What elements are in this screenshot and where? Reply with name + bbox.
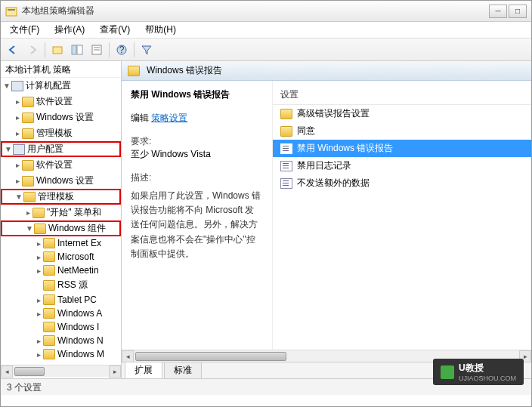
tree-label: 软件设置 <box>36 159 73 171</box>
tree-windows-components[interactable]: ▼ Windows 组件 <box>1 220 121 236</box>
description-section: 描述: 如果启用了此设置，Windows 错误报告功能将不向 Microsoft… <box>131 171 263 261</box>
expand-icon[interactable]: ▸ <box>34 267 43 275</box>
expand-icon[interactable]: ▸ <box>34 253 43 261</box>
folder-icon <box>43 294 55 305</box>
tree-software-settings[interactable]: ▸ 软件设置 <box>1 94 121 109</box>
scroll-left-icon[interactable]: ◂ <box>122 350 134 362</box>
folder-icon <box>22 176 34 187</box>
tab-standard[interactable]: 标准 <box>164 362 202 378</box>
scroll-thumb[interactable] <box>135 352 286 361</box>
edit-policy-link[interactable]: 策略设置 <box>151 113 187 123</box>
expand-icon[interactable]: ▸ <box>34 350 43 359</box>
expand-icon[interactable]: ▼ <box>25 224 34 233</box>
tree-computer-config[interactable]: ▼ 计算机配置 <box>1 78 121 94</box>
list-item[interactable]: 同意 <box>273 122 531 140</box>
separator <box>109 42 110 57</box>
description-pane: 禁用 Windows 错误报告 编辑 策略设置 要求: 至少 Windows V… <box>122 81 273 350</box>
menu-file[interactable]: 文件(F) <box>4 22 45 38</box>
folder-icon <box>22 160 34 171</box>
policy-title: 禁用 Windows 错误报告 <box>131 88 263 101</box>
tree-admin-templates[interactable]: ▸ 管理模板 <box>1 125 121 141</box>
list-item[interactable]: 不发送额外的数据 <box>273 174 531 192</box>
list-item[interactable]: 禁用日志记录 <box>273 157 531 174</box>
expand-icon[interactable]: ▸ <box>34 310 43 318</box>
back-button[interactable] <box>4 41 22 59</box>
minimize-button[interactable]: ─ <box>489 5 507 18</box>
expand-icon[interactable]: ▼ <box>14 193 23 201</box>
tree-header[interactable]: 本地计算机 策略 <box>1 61 121 78</box>
menubar: 文件(F) 操作(A) 查看(V) 帮助(H) <box>1 22 531 39</box>
tree-windows-m[interactable]: ▸ Windows M <box>1 347 121 361</box>
app-icon <box>5 5 17 17</box>
folder-icon <box>34 224 46 234</box>
column-header[interactable]: 设置 <box>273 85 531 105</box>
tab-extended[interactable]: 扩展 <box>125 362 162 378</box>
folder-icon <box>22 113 34 123</box>
main-area: 本地计算机 策略 ▼ 计算机配置 ▸ 软件设置 ▸ Windows 设置 ▸ 管… <box>1 61 531 378</box>
expand-icon[interactable]: ▸ <box>13 177 22 185</box>
tree-netmeeting[interactable]: ▸ NetMeetin <box>1 264 121 277</box>
svg-rect-0 <box>6 8 17 16</box>
expand-icon[interactable]: ▸ <box>23 208 32 217</box>
tree-internet-explorer[interactable]: ▸ Internet Ex <box>1 236 121 250</box>
list-item[interactable]: 高级错误报告设置 <box>273 105 531 122</box>
expand-icon[interactable]: ▸ <box>34 239 43 248</box>
desc-label: 描述: <box>131 171 263 184</box>
expand-icon[interactable]: ▸ <box>13 129 22 137</box>
settings-list: 设置 高级错误报告设置 同意 禁用 Windows 错误报告 禁用日志记录 <box>273 81 531 350</box>
window-controls: ─ □ <box>489 5 527 18</box>
tree-windows-a[interactable]: ▸ Windows A <box>1 307 121 320</box>
edit-label: 编辑 <box>131 113 149 123</box>
list-item-selected[interactable]: 禁用 Windows 错误报告 <box>273 140 531 157</box>
folder-icon <box>22 128 34 139</box>
properties-button[interactable] <box>88 41 106 59</box>
tree-label: Windows A <box>57 308 102 319</box>
tree-tablet-pc[interactable]: ▸ Tablet PC <box>1 293 121 307</box>
tree-software-settings-2[interactable]: ▸ 软件设置 <box>1 157 121 173</box>
tree-admin-templates-2[interactable]: ▼ 管理模板 <box>1 189 121 205</box>
menu-help[interactable]: 帮助(H) <box>139 22 182 38</box>
folder-icon <box>43 322 55 332</box>
expand-icon[interactable]: ▸ <box>13 113 22 122</box>
tree-windows-n[interactable]: ▸ Windows N <box>1 334 121 347</box>
filter-button[interactable] <box>138 41 156 59</box>
tree-windows-settings[interactable]: ▸ Windows 设置 <box>1 109 121 125</box>
show-hide-tree-button[interactable] <box>68 41 86 59</box>
up-button[interactable] <box>48 41 66 59</box>
scroll-thumb[interactable] <box>14 367 45 376</box>
expand-icon[interactable]: ▸ <box>13 97 22 106</box>
expand-icon[interactable]: ▸ <box>34 337 43 345</box>
tree-label: Microsoft <box>57 251 94 262</box>
tree-start-menu[interactable]: ▸ "开始" 菜单和 <box>1 205 121 220</box>
separator <box>45 42 45 57</box>
maximize-button[interactable]: □ <box>509 5 527 18</box>
tree-rss[interactable]: RSS 源 <box>1 277 121 293</box>
forward-button[interactable] <box>23 41 42 59</box>
folder-icon <box>43 335 55 346</box>
tree-microsoft[interactable]: ▸ Microsoft <box>1 250 121 264</box>
tree-windows-i[interactable]: Windows I <box>1 320 121 334</box>
folder-icon <box>43 280 55 291</box>
tree-user-config[interactable]: ▼ 用户配置 <box>1 141 121 157</box>
folder-icon <box>23 192 36 202</box>
tree-windows-settings-2[interactable]: ▸ Windows 设置 <box>1 173 121 189</box>
tree-body: ▼ 计算机配置 ▸ 软件设置 ▸ Windows 设置 ▸ 管理模板 ▼ <box>1 78 121 365</box>
requirements-section: 要求: 至少 Windows Vista <box>131 135 263 161</box>
folder-icon <box>43 265 55 276</box>
menu-view[interactable]: 查看(V) <box>94 22 136 38</box>
expand-icon[interactable]: ▼ <box>4 145 13 153</box>
tree-hscroll[interactable]: ◂ ▸ <box>1 365 121 377</box>
item-label: 禁用 Windows 错误报告 <box>297 142 393 155</box>
tree-label: Windows M <box>57 349 104 359</box>
help-button[interactable]: ? <box>113 41 131 59</box>
computer-icon <box>13 144 25 155</box>
folder-icon <box>43 251 55 262</box>
scroll-right-icon[interactable]: ▸ <box>109 365 121 378</box>
menu-action[interactable]: 操作(A) <box>48 22 91 38</box>
expand-icon[interactable]: ▼ <box>2 82 11 90</box>
tree-label: 用户配置 <box>27 143 63 156</box>
expand-icon[interactable]: ▸ <box>13 161 22 169</box>
svg-rect-4 <box>77 45 82 54</box>
expand-icon[interactable]: ▸ <box>34 296 43 304</box>
scroll-left-icon[interactable]: ◂ <box>1 365 13 378</box>
